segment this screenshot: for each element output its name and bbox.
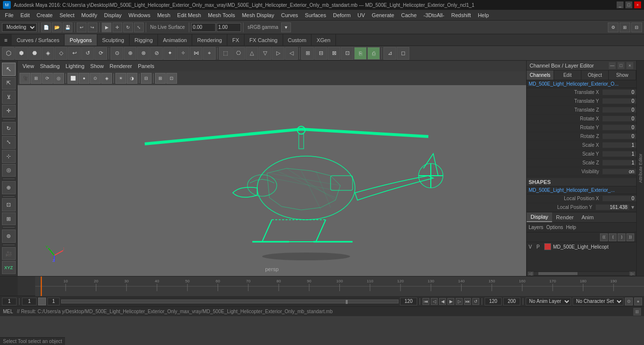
tab-curves-surfaces[interactable]: Curves / Surfaces <box>12 34 65 46</box>
timeline-ruler[interactable]: 10 20 30 40 50 60 70 80 90 100 <box>35 276 644 296</box>
tab-rigging[interactable]: Rigging <box>130 34 158 46</box>
shelf-btn-14[interactable]: ✧ <box>177 47 189 60</box>
shelf-btn-20[interactable]: ▽ <box>259 47 271 60</box>
scroll-left-btn[interactable]: ◁ <box>528 272 533 276</box>
translate-tool-button[interactable]: ✛ <box>112 23 122 32</box>
vp-wire-on-shaded-btn[interactable]: ⊙ <box>90 73 101 84</box>
shelf-btn-18[interactable]: ⎔ <box>232 47 245 60</box>
layers-nav-btn-3[interactable]: ⟩ <box>618 233 625 241</box>
rotate-tool-icon[interactable]: ↻ <box>2 122 16 135</box>
shelf-btn-12[interactable]: ⊘ <box>150 47 163 60</box>
vp-isolate-btn[interactable]: ⊟ <box>141 73 152 84</box>
display-all-button[interactable]: ⊞ <box>620 23 630 32</box>
menu-create[interactable]: Create <box>34 11 56 19</box>
shelf-btn-21[interactable]: ▷ <box>272 47 285 60</box>
vp-menu-lighting[interactable]: Lighting <box>64 63 87 69</box>
close-button[interactable]: × <box>634 1 641 8</box>
shelf-btn-28[interactable]: ⎙ <box>367 47 380 60</box>
tab-polygons[interactable]: Polygons <box>65 34 97 46</box>
layers-nav-btn-4[interactable]: ⟩⟩ <box>626 233 634 241</box>
layer-list-item[interactable]: V P MD_500E_Light_Helicopt <box>527 242 636 251</box>
help-menu[interactable]: Help <box>566 225 576 230</box>
shelf-btn-7[interactable]: ↺ <box>81 47 94 60</box>
go-to-start-button[interactable]: ⏮ <box>422 298 429 305</box>
open-scene-button[interactable]: 📂 <box>52 23 62 32</box>
tab-object[interactable]: Object <box>581 70 609 80</box>
vp-menu-view[interactable]: View <box>21 63 36 69</box>
menu-select[interactable]: Select <box>57 11 78 19</box>
menu-mesh[interactable]: Mesh <box>154 11 173 19</box>
shelf-btn-26[interactable]: ⊡ <box>341 47 354 60</box>
auto-key-btn[interactable]: ● <box>634 298 642 305</box>
play-back-button[interactable]: ◀ <box>439 298 446 305</box>
show-manipulator-icon[interactable]: ⊕ <box>2 181 16 194</box>
next-frame-button[interactable]: ▷ <box>456 298 463 305</box>
channel-box-minimize[interactable]: — <box>609 62 616 69</box>
layer-color-swatch[interactable] <box>544 243 551 250</box>
shelf-btn-6[interactable]: ↩ <box>68 47 81 60</box>
vp-lights-btn[interactable]: ☀ <box>115 73 126 84</box>
channel-box-expand[interactable]: □ <box>618 62 624 69</box>
gamma-dropdown[interactable]: ▼ <box>281 23 291 32</box>
vp-menu-show[interactable]: Show <box>89 63 106 69</box>
script-editor-button[interactable]: ⊞ <box>633 308 641 316</box>
menu-deform[interactable]: Deform <box>330 11 354 19</box>
tool-btn-b[interactable]: ⊞ <box>2 212 16 226</box>
tab-fx[interactable]: FX <box>227 34 244 46</box>
end-frame-input[interactable] <box>400 298 417 305</box>
layers-scrollbar[interactable]: ◁ ▷ <box>527 271 636 276</box>
shelf-btn-15[interactable]: ⋈ <box>190 47 202 60</box>
menu-surfaces[interactable]: Surfaces <box>302 11 329 19</box>
camera-tool-icon[interactable]: 🎥 <box>2 247 16 260</box>
tab-custom[interactable]: Custom <box>283 34 312 46</box>
layers-nav-btn-1[interactable]: ⟨⟨ <box>600 233 608 241</box>
tab-show[interactable]: Show <box>609 70 636 80</box>
display-tab[interactable]: Display <box>527 212 552 222</box>
shelf-btn-19[interactable]: △ <box>245 47 258 60</box>
minimize-button[interactable]: _ <box>617 1 623 8</box>
menu-mesh-display[interactable]: Mesh Display <box>239 11 277 19</box>
viewport-layout-button[interactable]: ⊟ <box>631 23 642 32</box>
vp-xray-btn[interactable]: ◈ <box>101 73 112 84</box>
vp-hud-btn[interactable]: ⊡ <box>166 73 177 84</box>
anim-layer-select[interactable]: No Anim Layer <box>526 298 571 305</box>
render-tab[interactable]: Render <box>552 212 577 222</box>
scroll-track[interactable] <box>533 272 629 275</box>
shelf-btn-25[interactable]: ⊠ <box>328 47 340 60</box>
shelf-btn-11[interactable]: ⊗ <box>137 47 150 60</box>
redo-button[interactable]: ↪ <box>88 23 97 32</box>
input-field-2[interactable] <box>217 23 241 32</box>
shelf-btn-8[interactable]: ⟳ <box>94 47 107 60</box>
tab-rendering[interactable]: Rendering <box>192 34 227 46</box>
menu-uv[interactable]: UV <box>355 11 368 19</box>
shelf-btn-22[interactable]: ◁ <box>285 47 298 60</box>
prev-frame-button[interactable]: ◁ <box>431 298 438 305</box>
layer-playback[interactable]: P <box>536 244 542 250</box>
attribute-editor-sidebar[interactable]: Attribute Editor <box>636 61 644 276</box>
shelf-btn-1[interactable]: ⬡ <box>2 47 15 60</box>
menu-curves[interactable]: Curves <box>278 11 301 19</box>
prefs-btn[interactable]: ⚙ <box>625 298 633 305</box>
tab-channels[interactable]: Channels <box>527 70 554 80</box>
shelf-btn-30[interactable]: ◻ <box>397 47 409 60</box>
menu-display[interactable]: Display <box>101 11 125 19</box>
go-to-end-button[interactable]: ⏭ <box>464 298 471 305</box>
vp-menu-shading[interactable]: Shading <box>38 63 62 69</box>
shelf-btn-10[interactable]: ⊕ <box>124 47 136 60</box>
render-settings-button[interactable]: ⚙ <box>608 23 619 32</box>
select-tool-icon[interactable]: ↖ <box>2 63 16 76</box>
shelf-btn-3[interactable]: ⬣ <box>28 47 41 60</box>
shelf-btn-16[interactable]: ⌖ <box>203 47 216 60</box>
layers-nav-btn-2[interactable]: ⟨ <box>609 233 617 241</box>
shelf-btn-5[interactable]: ◇ <box>55 47 67 60</box>
vp-sync-btn[interactable]: ⟳ <box>42 73 53 84</box>
menu-file[interactable]: File <box>2 11 17 19</box>
select-tool-button[interactable]: ▶ <box>102 23 111 32</box>
time-slider[interactable] <box>61 299 399 303</box>
menu-help[interactable]: Help <box>475 11 492 19</box>
vp-hide-btn[interactable]: ◎ <box>53 73 64 84</box>
range-end-input[interactable] <box>503 298 520 305</box>
tab-sculpting[interactable]: Sculpting <box>97 34 130 46</box>
vp-gate-btn[interactable]: ⊞ <box>31 73 42 84</box>
menu-redshift[interactable]: Redshift <box>448 11 474 19</box>
